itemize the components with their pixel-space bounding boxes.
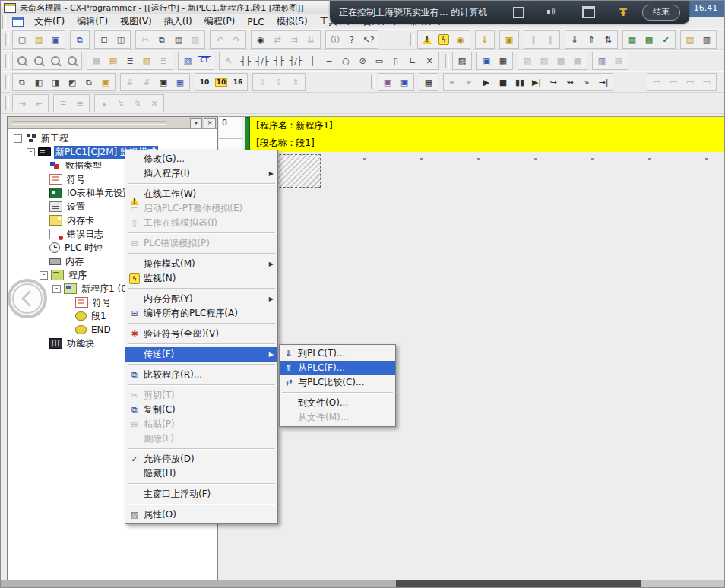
toolbar-grip[interactable] xyxy=(445,54,449,68)
work-online-button[interactable] xyxy=(419,32,435,48)
tree-expander-icon[interactable]: - xyxy=(27,148,35,156)
save-project-button[interactable]: ▣ xyxy=(47,32,64,48)
data-monitor-button[interactable]: ▦ xyxy=(420,74,437,90)
menu-plc[interactable]: PLC xyxy=(241,16,270,28)
compile-program-button[interactable]: ▦ xyxy=(624,32,641,48)
new-vertical-line-button[interactable]: │ xyxy=(304,53,321,69)
pause-trigger-button[interactable]: ☛ xyxy=(445,74,461,90)
memory-monitor-button[interactable]: ▦ xyxy=(172,74,188,90)
about-button[interactable]: ⓘ xyxy=(327,32,344,48)
transfer-submenu-item-from-plc[interactable]: ⇑从PLC(F)... xyxy=(280,361,395,375)
new-closed-contact-button[interactable]: ┤/├ xyxy=(254,53,271,69)
menu-file[interactable]: 文件(F) xyxy=(28,14,71,29)
sim-fast-run-button[interactable]: » xyxy=(578,74,595,90)
data-trace-button[interactable]: ▧ xyxy=(179,53,196,69)
context-menu-item-allow-docking[interactable]: ✓允许停放(D) xyxy=(125,452,277,466)
tree-expander-icon[interactable]: - xyxy=(52,285,61,293)
zoom-100-button[interactable] xyxy=(30,53,47,69)
context-menu-item-work-online[interactable]: 在线工作(W) xyxy=(125,187,277,201)
menu-edit[interactable]: 编辑(E) xyxy=(71,14,114,29)
fullscreen-icon[interactable] xyxy=(511,6,525,18)
rung-annotation-button[interactable]: ≣ xyxy=(122,53,138,69)
zoom-out-button[interactable] xyxy=(64,53,81,69)
hex-monitor-button[interactable]: 16 xyxy=(230,74,246,90)
cascade-windows-button[interactable]: ⧉ xyxy=(81,74,97,90)
menubar-grip[interactable] xyxy=(2,15,6,29)
tree-expander-icon[interactable]: - xyxy=(14,134,22,143)
window-tile-4-button[interactable]: ▭ xyxy=(698,74,715,90)
toolbar-grip[interactable] xyxy=(5,33,9,46)
context-menu-item-compare-program[interactable]: ⧉比较程序(R)... xyxy=(125,368,277,382)
print-button[interactable]: ⊟ xyxy=(96,32,112,48)
help-topics-button[interactable]: ? xyxy=(344,32,360,48)
window-tile-3-button[interactable]: ▭ xyxy=(682,74,698,90)
indent-button[interactable]: ⇥ xyxy=(14,96,30,112)
annotation-list-button[interactable]: ≡ xyxy=(71,96,88,112)
toolbar-grip[interactable] xyxy=(5,96,9,110)
decimal-monitor-button[interactable]: 10 xyxy=(196,74,213,90)
new-l-connect-button[interactable]: ∟ xyxy=(404,53,421,69)
mdi-child-icon[interactable] xyxy=(12,17,24,27)
context-menu-item-verify-symbols-all[interactable]: ✱验证符号(全部)(V) xyxy=(125,327,277,341)
program-check-button[interactable]: ✔ xyxy=(657,32,674,48)
rung-comment-list-button[interactable]: ≣ xyxy=(55,96,71,112)
select-mode-button[interactable]: ↖ xyxy=(220,53,237,69)
horizontal-scrollbar[interactable] xyxy=(1,580,724,588)
open-project-button[interactable]: ▤ xyxy=(30,32,47,48)
context-menu-item-modify[interactable]: 修改(G)... xyxy=(125,152,277,166)
workspace-toggle-button[interactable]: ▣ xyxy=(97,74,114,90)
context-menu-item-copy[interactable]: ⧉复制(C) xyxy=(125,403,277,417)
sim-step-over-button[interactable]: ↬ xyxy=(562,74,578,90)
new-closed-coil-button[interactable]: ⊘ xyxy=(354,53,371,69)
backup-to-file-button[interactable]: ▣ xyxy=(379,74,396,90)
pause-monitor-button[interactable]: ‖ xyxy=(525,32,542,48)
tree-item-project[interactable]: -新工程 xyxy=(8,131,217,145)
copy-button[interactable]: ⧉ xyxy=(154,32,170,48)
context-menu-item-float-on-main-window[interactable]: 主窗口上浮动(F) xyxy=(125,487,277,501)
context-menu-item-compile-all-plc-programs[interactable]: ⊞编译所有的PLC程序(A) xyxy=(125,306,277,321)
float-window-button[interactable]: ⧉ xyxy=(14,74,30,90)
io-comment-view-button[interactable]: ▤ xyxy=(610,53,627,69)
context-menu-item-operating-mode[interactable]: 操作模式(M)▶ xyxy=(125,257,277,271)
next-reference-button[interactable]: ↯ xyxy=(112,96,129,112)
context-menu-item-plc-error-simulation[interactable]: ⊟PLC错误模拟(P) xyxy=(125,236,277,251)
split-left-button[interactable]: ◧ xyxy=(30,74,47,90)
sim-run-to-end-button[interactable]: →| xyxy=(595,74,612,90)
paste-button[interactable]: ▤ xyxy=(170,32,187,48)
toolbar-grip[interactable] xyxy=(5,54,9,68)
symbol-column-button[interactable]: ▥ xyxy=(594,53,610,69)
io-table-button[interactable]: ▤ xyxy=(682,32,698,48)
upload-from-plc-button[interactable]: ⇑ xyxy=(583,32,600,48)
toolbar-grip[interactable] xyxy=(371,75,375,89)
transfer-submenu-item-compare-with-plc[interactable]: ⇄与PLC比较(C)... xyxy=(280,375,395,390)
new-block-button[interactable]: ▯ xyxy=(388,53,404,69)
workspace-drag-handle[interactable] xyxy=(12,121,166,125)
edit-function-block-button[interactable]: ▨ xyxy=(454,53,470,69)
context-menu-item-properties[interactable]: ▨属性(O) xyxy=(125,507,277,522)
erase-mode-button[interactable]: ✕ xyxy=(421,53,438,69)
verify-with-plc-button[interactable]: ⇅ xyxy=(600,32,616,48)
pause-button[interactable]: ‖ xyxy=(542,32,559,48)
zoom-fit-button[interactable] xyxy=(14,53,30,69)
calendar-view-button[interactable]: ▦ xyxy=(495,53,511,69)
replace-button[interactable]: ⇄ xyxy=(269,32,286,48)
grid-toggle-button[interactable]: ▦ xyxy=(88,53,105,69)
sim-run-button[interactable]: ▶ xyxy=(478,74,495,90)
sim-step-in-button[interactable]: ↪ xyxy=(545,74,562,90)
online-edit-cancel-button[interactable]: ▦ xyxy=(569,53,586,69)
undo-button[interactable]: ↶ xyxy=(211,32,228,48)
find-next-button[interactable]: ⇉ xyxy=(286,32,302,48)
online-edit-confirm-button[interactable]: ▩ xyxy=(552,53,569,69)
compile-all-button[interactable]: ▩ xyxy=(641,32,657,48)
workspace-close-button[interactable]: × xyxy=(204,118,216,128)
context-menu-item-delete[interactable]: 删除(L) xyxy=(125,432,277,446)
monitor-mode-button[interactable]: ϟ xyxy=(435,32,452,48)
memory-view-button[interactable]: ▥ xyxy=(698,32,715,48)
new-or-closed-contact-button[interactable]: ╡/╞ xyxy=(287,53,304,69)
menu-program[interactable]: 编程(P) xyxy=(198,14,242,29)
paste-all-button[interactable]: ▥ xyxy=(187,32,204,48)
watch-stack-button[interactable]: ▣ xyxy=(478,53,495,69)
context-menu-item-monitor[interactable]: 监视(N) xyxy=(125,271,277,286)
toolbar-grip[interactable] xyxy=(410,33,414,46)
pin-icon[interactable]: Ŧ xyxy=(616,6,630,18)
